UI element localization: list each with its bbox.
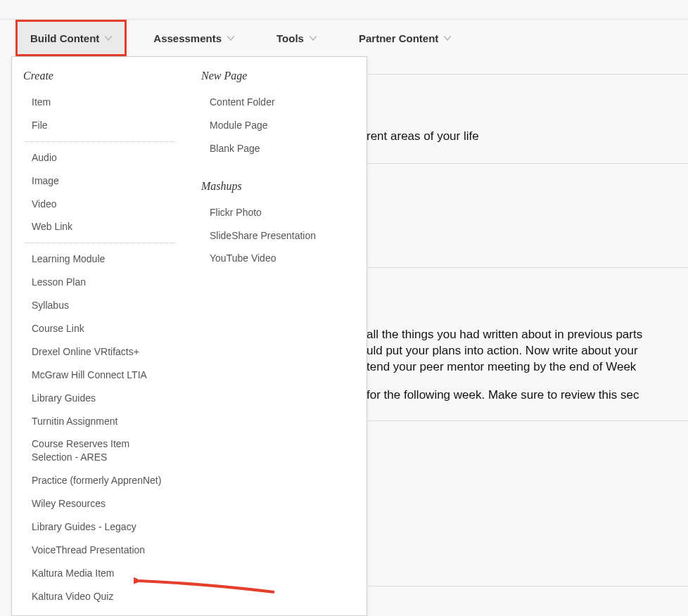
body-text: tend your peer mentor meeting by the end… <box>367 360 636 374</box>
menu-item-kaltura-media-item[interactable]: Kaltura Media Item <box>22 562 179 585</box>
build-content-dropdown: Create Item File Audio Image Video Web L… <box>11 56 367 616</box>
menu-item[interactable]: Course Reserves Item Selection - ARES <box>22 432 148 469</box>
menu-item[interactable]: Lesson Plan <box>22 271 179 294</box>
divider <box>367 586 688 586</box>
tab-tools-label: Tools <box>276 32 304 44</box>
body-text: for the following week. Make sure to rev… <box>367 388 639 402</box>
divider <box>367 163 688 164</box>
menu-item[interactable]: Syllabus <box>22 294 179 317</box>
body-text: uld put your plans into action. Now writ… <box>367 344 638 358</box>
menu-item[interactable]: Blank Page <box>200 137 357 160</box>
menu-item[interactable]: Learning Module <box>22 248 179 271</box>
divider <box>25 243 176 243</box>
menu-item[interactable]: Practice (formerly ApprenNet) <box>22 469 179 492</box>
body-text: rent areas of your life <box>367 129 479 143</box>
menu-item[interactable]: Library Guides <box>22 387 179 410</box>
tab-build-content[interactable]: Build Content <box>15 20 127 56</box>
divider <box>367 267 688 268</box>
menu-item[interactable]: Module Page <box>200 114 357 137</box>
menu-item[interactable]: Wiley Resources <box>22 492 179 515</box>
chevron-down-icon <box>444 36 451 41</box>
chevron-down-icon <box>227 36 234 41</box>
menu-item[interactable]: Flickr Photo <box>200 201 357 224</box>
menu-item[interactable]: File <box>22 114 179 137</box>
tab-assessments-label: Assessments <box>153 32 222 44</box>
menu-item[interactable]: Course Link <box>22 317 179 340</box>
top-spacer <box>0 0 688 20</box>
menu-item[interactable]: YouTube Video <box>200 247 357 270</box>
action-bar: Build Content Assessments Tools Partner … <box>0 20 688 56</box>
menu-item[interactable]: Item <box>22 91 179 114</box>
tab-partner-content[interactable]: Partner Content <box>345 20 466 56</box>
dropdown-col-right: New Page Content Folder Module Page Blan… <box>186 70 357 608</box>
tab-build-content-label: Build Content <box>30 32 99 44</box>
menu-item[interactable]: VoiceThread Presentation <box>22 539 179 562</box>
menu-item[interactable]: Content Folder <box>200 91 357 114</box>
divider <box>367 74 688 75</box>
menu-item[interactable]: Drexel Online VRtifacts+ <box>22 340 179 364</box>
chevron-down-icon <box>310 36 317 41</box>
menu-item[interactable]: Image <box>22 169 179 193</box>
section-title-mashups: Mashups <box>200 180 357 193</box>
section-title-new-page: New Page <box>200 70 357 82</box>
menu-item[interactable]: Kaltura Video Quiz <box>22 585 179 608</box>
chevron-down-icon <box>105 36 112 41</box>
menu-item[interactable]: SlideShare Presentation <box>200 224 357 248</box>
tab-tools[interactable]: Tools <box>262 20 332 56</box>
menu-item[interactable]: Web Link <box>22 215 179 238</box>
tab-assessments[interactable]: Assessments <box>139 20 250 56</box>
menu-item[interactable]: Library Guides - Legacy <box>22 515 179 539</box>
divider <box>25 141 176 142</box>
tab-partner-content-label: Partner Content <box>359 32 438 44</box>
menu-item[interactable]: Video <box>22 193 179 216</box>
section-title-create: Create <box>22 70 179 82</box>
body-text: all the things you had written about in … <box>367 328 642 342</box>
menu-item[interactable]: Audio <box>22 146 179 169</box>
dropdown-col-create: Create Item File Audio Image Video Web L… <box>22 70 186 608</box>
divider <box>367 421 688 421</box>
menu-item[interactable]: McGraw Hill Connect LTIA <box>22 364 179 387</box>
menu-item[interactable]: Turnitin Assignment <box>22 410 179 433</box>
